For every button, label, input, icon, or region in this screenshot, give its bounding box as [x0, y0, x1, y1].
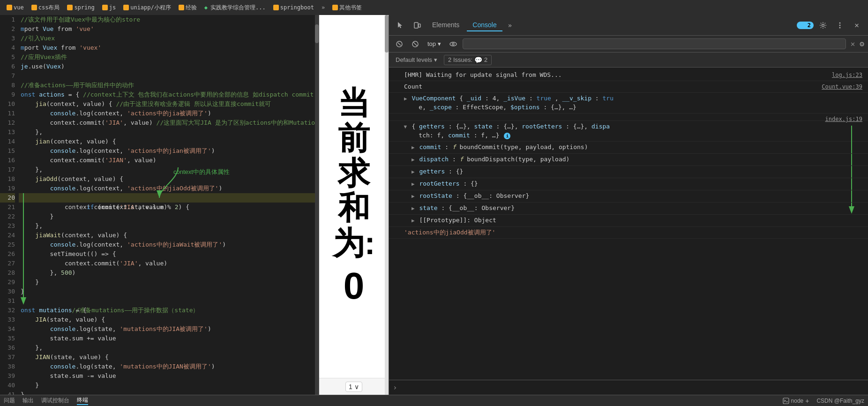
eye-icon	[449, 40, 457, 48]
console-entry-spacer: index.js:19	[389, 113, 868, 121]
bookmark-vue[interactable]: vue	[4, 3, 27, 12]
settings-icon-btn[interactable]	[816, 18, 831, 33]
bookmark-uniapp[interactable]: uniapp/小程序	[120, 3, 174, 13]
context-selector[interactable]: top ▾	[425, 39, 444, 48]
code-line-13: },	[19, 128, 315, 137]
preview-bottom: 1 ∨	[319, 378, 389, 395]
console-entry-rootstate[interactable]: ▶ rootState : {__ob__: Observer}	[389, 190, 868, 203]
console-entry-state[interactable]: ▶ state : {__ob__: Observer}	[389, 203, 868, 215]
expand-icon-commit[interactable]: ▶	[412, 144, 415, 150]
console-entry-rootgetters[interactable]: ▶ rootGetters : {}	[389, 178, 868, 190]
tab-elements[interactable]: Elements	[427, 19, 465, 31]
expand-icon[interactable]: ▶	[404, 96, 407, 102]
code-scrollbar[interactable]	[315, 15, 319, 395]
console-input[interactable]	[401, 384, 864, 391]
expand-icon-context[interactable]: ▶	[401, 126, 410, 129]
expand-icon-state[interactable]: ▶	[412, 205, 415, 211]
menu-icon-btn[interactable]	[832, 18, 847, 33]
code-line-25: console.log(context, 'actions中的jiaWait被调…	[19, 240, 315, 249]
console-search-input[interactable]	[463, 38, 846, 49]
expand-icon-rootgetters[interactable]: ▶	[412, 181, 415, 187]
source-link-log[interactable]: log.js:23	[832, 71, 862, 79]
code-line-8: //准备actions——用于响应组件中的动作	[19, 81, 315, 90]
page-selector[interactable]: 1 ∨	[345, 382, 362, 392]
issues-badge[interactable]: 2 Issues: 💬 2	[444, 55, 492, 65]
status-output[interactable]: 输出	[22, 397, 34, 405]
default-levels-btn[interactable]: Default levels ▾	[393, 55, 440, 64]
code-line-23: },	[19, 221, 315, 231]
device-icon	[413, 22, 421, 29]
expand-icon-dispatch[interactable]: ▶	[412, 157, 415, 163]
preview-content: 当 前 求 和 为: 0	[319, 15, 389, 378]
tab-console[interactable]: Console	[467, 19, 502, 31]
status-debug-console[interactable]: 调试控制台	[41, 397, 69, 405]
console-entry-hmr-text: [HMR] Waiting for update signal from WDS…	[404, 71, 562, 78]
bookmark-spring[interactable]: spring	[64, 3, 97, 12]
code-line-12: context.commit('JIA', value) //这里面写大写JIA…	[19, 118, 315, 128]
code-line-18: jiaOdd(context, value) {	[19, 174, 315, 184]
console-entry-prototype[interactable]: ▶ [[Prototype]]: Object	[389, 215, 868, 227]
close-icon-btn[interactable]: ✕	[849, 18, 864, 33]
status-terminal[interactable]: 终端	[77, 396, 88, 405]
console-input-area: ›	[389, 380, 868, 395]
status-problems[interactable]: 问题	[4, 397, 15, 405]
expand-icon-rootstate[interactable]: ▶	[412, 193, 415, 199]
code-line-38: console.log(state, 'mutations中的JIAN被调用了'…	[19, 362, 315, 371]
cursor-icon-btn[interactable]	[393, 18, 408, 33]
preview-scrollbar[interactable]	[385, 15, 389, 395]
bookmark-experience[interactable]: 经验	[176, 3, 200, 13]
bookmark-springboot[interactable]: springboot	[270, 3, 317, 12]
devtools-panel: Elements Console » 2	[389, 15, 868, 395]
code-line-7	[19, 71, 315, 81]
console-prompt: ›	[393, 383, 397, 392]
console-output: [HMR] Waiting for update signal from WDS…	[389, 68, 868, 380]
bookmark-js[interactable]: js	[99, 3, 119, 12]
expand-icon-prototype[interactable]: ▶	[412, 218, 415, 224]
preview-text-dang: 当	[338, 85, 370, 120]
code-line-5: //应用Vuex插件	[19, 53, 315, 62]
console-entry-commit[interactable]: ▶ commit : f boundCommit(type, payload, …	[389, 142, 868, 154]
bookmark-icon-others	[332, 5, 338, 10]
search-clear-btn[interactable]: ✕	[849, 39, 857, 48]
bookmark-others[interactable]: 其他书签	[329, 3, 365, 13]
console-entry-jiaOdd: 'actions中的jiaOdd被调用了'	[389, 227, 868, 239]
gear-icon	[819, 22, 827, 29]
status-node[interactable]: node +	[783, 397, 809, 405]
preview-scrollbar-thumb	[385, 15, 389, 53]
notification-badge[interactable]: 2	[797, 22, 814, 29]
clear-console-btn[interactable]	[393, 38, 406, 51]
svg-point-15	[452, 43, 454, 45]
console-entry-dispatch[interactable]: ▶ dispatch : f boundDispatch(type, paylo…	[389, 154, 868, 166]
eye-icon-btn[interactable]	[447, 38, 460, 51]
code-line-33: JIA(state, value) {	[19, 315, 315, 324]
bookmark-more[interactable]: »	[319, 3, 328, 12]
bookmark-icon-experience	[179, 5, 184, 10]
svg-point-14	[450, 42, 456, 46]
code-line-39: state.sum -= value	[19, 371, 315, 381]
block-icon-btn[interactable]	[409, 38, 422, 51]
status-bar: 问题 输出 调试控制台 终端 node + CSDN @Faith_gyz	[0, 395, 868, 406]
code-line-11: console.log(context, 'actions中的jia被调用了')	[19, 109, 315, 118]
device-icon-btn[interactable]	[410, 18, 425, 33]
code-line-26: setTimeout(() => {	[19, 249, 315, 259]
issues-chat-icon: 💬	[474, 56, 482, 64]
code-line-28: }, 500)	[19, 268, 315, 278]
console-toolbar: top ▾ ✕ ⚙	[389, 36, 868, 53]
console-filter-settings-btn[interactable]: ⚙	[860, 39, 864, 48]
code-line-35: state.sum += value	[19, 334, 315, 343]
status-right: node + CSDN @Faith_gyz	[783, 397, 864, 405]
console-entry-getters[interactable]: ▶ getters : {}	[389, 166, 868, 178]
tabs-more-btn[interactable]: »	[504, 20, 516, 31]
code-line-16: context.commit('JIAN', value)	[19, 156, 315, 165]
code-content: //该文件用于创建Vuex中最为核心的store mport Vue from …	[19, 15, 315, 395]
expand-icon-getters[interactable]: ▶	[412, 169, 415, 175]
code-line-24: jiaWait(context, value) {	[19, 231, 315, 240]
bookmarks-bar: vue css布局 spring js uniapp/小程序 经验 ◆ 实践教学…	[0, 0, 868, 15]
status-author: CSDN @Faith_gyz	[816, 398, 864, 404]
console-entry-context[interactable]: ▶ { getters : {…}, state : {…}, rootGett…	[389, 121, 868, 142]
bookmark-css[interactable]: css布局	[29, 3, 63, 13]
console-entry-vuecomponent[interactable]: ▶ VueComponent { _uid : 4, _isVue : true…	[389, 93, 868, 113]
source-link-count[interactable]: Count.vue:39	[822, 83, 862, 91]
bookmark-practice[interactable]: ◆ 实践教学综合管理...	[202, 3, 269, 13]
bookmark-icon-js	[102, 5, 108, 10]
